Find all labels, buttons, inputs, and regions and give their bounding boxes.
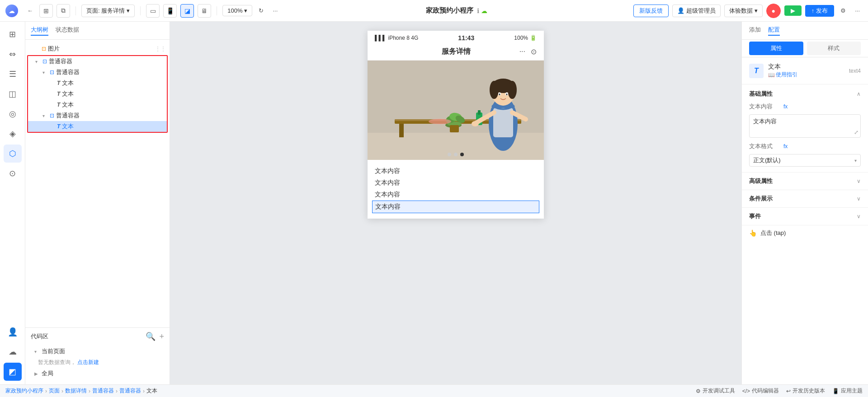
conditional-section[interactable]: 条件展示 ∨	[742, 190, 868, 208]
phone-frame: ▌▌▌ iPhone 8 4G 11:43 100% 🔋 服务详情 ··· ⊙	[368, 31, 544, 219]
breadcrumb-pages[interactable]: 页面	[49, 387, 60, 395]
more-left-button[interactable]: ···	[270, 5, 280, 16]
phone-nav-title: 服务详情	[442, 47, 471, 56]
breadcrumb-detail[interactable]: 数据详情	[65, 387, 87, 395]
sub-tab-styles[interactable]: 样式	[807, 42, 861, 55]
tree-item-text3[interactable]: T 文本	[28, 99, 167, 110]
dev-tools-btn[interactable]: ⚙ 开发调试工具	[696, 387, 735, 395]
basic-props-section: 基础属性 ∧ 文本内容 fx 文本内容 ⤢ 文本格式 fx 正文(默认) ▾	[742, 84, 868, 173]
advanced-props-section[interactable]: 高级属性 ∨	[742, 173, 868, 190]
new-feedback-button[interactable]: 新版反馈	[633, 5, 669, 17]
phone-text-item-3[interactable]: 文本内容	[375, 189, 537, 201]
battery-icon: 🔋	[530, 35, 537, 41]
sidebar-item-panel[interactable]: ◩	[4, 363, 22, 381]
breadcrumb-app[interactable]: 家政预约小程序	[5, 387, 43, 395]
play-button[interactable]: ▶	[784, 5, 802, 16]
sidebar-item-outline[interactable]: ☰	[4, 65, 22, 83]
text3-label: 文本	[62, 101, 74, 109]
text-content-fx[interactable]: fx	[783, 103, 788, 110]
experience-label: 体验数据	[729, 7, 753, 15]
tab-add[interactable]: 添加	[749, 26, 761, 36]
tap-label: 点击 (tap)	[760, 229, 786, 237]
publish-button[interactable]: ↑ 发布	[805, 5, 835, 17]
sidebar-item-nav[interactable]: ⇔	[4, 45, 22, 63]
code-search-icon[interactable]: 🔍	[146, 332, 156, 341]
svg-point-22	[490, 81, 499, 99]
layers-button[interactable]: ⧉	[57, 4, 70, 18]
basic-props-toggle[interactable]: ∧	[857, 91, 861, 97]
admin-button[interactable]: 👤 超级管理员	[672, 5, 721, 17]
text2-icon: T	[57, 91, 60, 97]
sidebar-item-data[interactable]: ⬡	[4, 145, 22, 163]
breadcrumb-container2[interactable]: 普通容器	[119, 387, 141, 395]
tree-item-text2[interactable]: T 文本	[28, 89, 167, 99]
experience-button[interactable]: 体验数据 ▾	[724, 5, 763, 17]
sidebar-item-cloud[interactable]: ☁	[4, 343, 22, 361]
phone-text-item-2[interactable]: 文本内容	[375, 177, 537, 189]
grid-view-button[interactable]: ⊞	[39, 4, 53, 18]
tree-item-container2[interactable]: ▾ ⊡ 普通容器	[28, 67, 167, 78]
right-panel: 添加 配置 属性 样式 T 文本 📖 使用指引 text4 基础属性 ∧	[741, 22, 868, 384]
text-format-fx[interactable]: fx	[783, 143, 788, 149]
sidebar-item-components[interactable]: ◫	[4, 85, 22, 103]
tree-item-img[interactable]: ⊡ 图片 ⋮⋮	[25, 43, 170, 54]
dot-0[interactable]	[448, 153, 451, 156]
tree-item-text4[interactable]: T 文本	[28, 121, 167, 132]
sidebar-item-users[interactable]: 👤	[4, 323, 22, 341]
play-icon: ▶	[791, 7, 795, 14]
refresh-button[interactable]: ↻	[256, 5, 266, 16]
code-add-icon[interactable]: +	[159, 332, 164, 341]
tree-item-container1[interactable]: ▾ ⊡ 普通容器	[28, 56, 167, 67]
container3-label: 普通容器	[56, 112, 80, 120]
history-btn[interactable]: ↩ 开发历史版本	[786, 387, 825, 395]
sidebar-item-variables[interactable]: ◈	[4, 125, 22, 143]
code-tree: ▾ 当前页面 暂无数据查询， 点击新建 ▶ 全局	[31, 344, 164, 381]
phone-nav-bar: 服务详情 ··· ⊙	[368, 43, 544, 61]
settings-button[interactable]: ⚙	[838, 5, 849, 16]
current-page-arrow: ▾	[34, 349, 41, 354]
event-tap-row[interactable]: 👆 点击 (tap)	[742, 225, 868, 241]
breadcrumb-container1[interactable]: 普通容器	[92, 387, 114, 395]
phone-text-item-4-selected[interactable]: 文本内容	[372, 201, 539, 213]
dot-2[interactable]	[460, 153, 464, 156]
device-desktop-button[interactable]: 🖥	[198, 4, 211, 18]
record-button[interactable]: ●	[766, 4, 781, 18]
tree-item-text1[interactable]: T 文本	[28, 78, 167, 89]
logo-icon[interactable]: ☁	[5, 5, 18, 17]
theme-btn[interactable]: 📱 应用主题	[832, 387, 863, 395]
phone-nav-action1[interactable]: ···	[519, 47, 525, 56]
code-editor-btn[interactable]: </> 代码编辑器	[742, 387, 779, 395]
create-new-link[interactable]: 点击新建	[77, 359, 99, 365]
code-tree-current-page[interactable]: ▾ 当前页面	[31, 346, 164, 357]
code-tree-global[interactable]: ▶ 全局	[31, 368, 164, 379]
global-label: 全局	[42, 369, 53, 378]
tab-outline-tree[interactable]: 大纲树	[31, 26, 48, 36]
page-selector[interactable]: 页面: 服务详情 ▾	[81, 5, 135, 17]
drag-icon-img: ⋮⋮	[155, 46, 166, 52]
sidebar-item-styles[interactable]: ◎	[4, 105, 22, 123]
component-link[interactable]: 📖 使用指引	[768, 71, 844, 79]
device-active-button[interactable]: ◪	[180, 4, 194, 18]
tab-state-data[interactable]: 状态数据	[56, 26, 79, 36]
carousel-image	[368, 61, 544, 160]
sidebar-item-tree[interactable]: ⊙	[4, 164, 22, 182]
more-right-button[interactable]: ···	[852, 5, 863, 16]
device-mobile-button[interactable]: 📱	[163, 4, 177, 18]
bc-sep-2: ›	[61, 388, 63, 394]
tree-item-container3[interactable]: ▾ ⊡ 普通容器	[28, 110, 167, 121]
zoom-selector[interactable]: 100% ▾	[222, 5, 252, 16]
tab-config[interactable]: 配置	[768, 26, 780, 36]
phone-text-item-1[interactable]: 文本内容	[375, 165, 537, 177]
code-editor-label: 代码编辑器	[752, 387, 779, 395]
preview-icon-button[interactable]: ▭	[146, 4, 160, 18]
events-section-header[interactable]: 事件 ∨	[742, 208, 868, 225]
conditional-title: 条件展示	[749, 195, 857, 203]
text-format-dropdown[interactable]: 正文(默认) ▾	[749, 154, 861, 167]
sidebar-item-pages[interactable]: ⊞	[4, 25, 22, 43]
bottom-bar-actions: ⚙ 开发调试工具 </> 代码编辑器 ↩ 开发历史版本 📱 应用主题	[696, 387, 863, 395]
sub-tab-properties[interactable]: 属性	[749, 42, 803, 55]
back-button[interactable]: ←	[24, 5, 36, 16]
phone-nav-action2[interactable]: ⊙	[531, 47, 537, 56]
dot-1[interactable]	[454, 153, 458, 156]
text-content-value-box[interactable]: 文本内容 ⤢	[749, 114, 861, 138]
